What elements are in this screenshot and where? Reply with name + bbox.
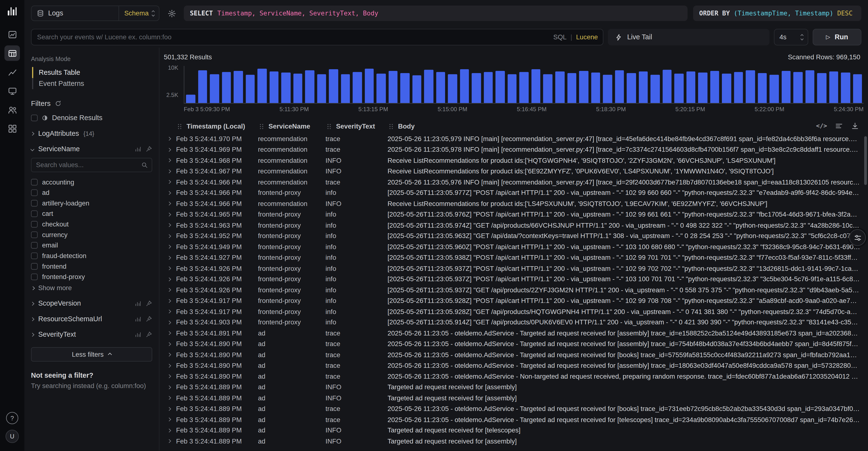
expand-row-icon[interactable] [164,278,176,280]
log-row[interactable]: Feb 3 5:24:41.926 PM frontend-proxy info… [164,274,868,284]
bar-chart-icon[interactable] [134,300,141,307]
log-row[interactable]: Feb 3 5:24:41.889 PM ad trace 2025-05-26… [164,403,868,414]
expand-row-icon[interactable] [164,407,176,410]
histogram-bar[interactable] [781,71,790,103]
nav-team-button[interactable] [4,102,20,117]
histogram-bar[interactable] [245,75,255,103]
log-row[interactable]: Feb 3 5:24:41.949 PM frontend-proxy info… [164,241,868,252]
drag-grip-icon[interactable] [326,123,333,130]
log-row[interactable]: Feb 3 5:24:41.966 PM recommendation trac… [164,177,868,187]
lucene-mode-toggle[interactable]: Lucene [576,33,598,41]
source-select[interactable]: Logs Schema [31,5,160,21]
histogram-bar[interactable] [520,72,529,103]
histogram-bar[interactable] [424,70,433,103]
hyperdx-logo[interactable] [8,7,17,16]
service-value-checkbox[interactable] [31,200,38,206]
expand-row-icon[interactable] [164,138,176,140]
service-value-item[interactable]: artillery-loadgen [31,198,152,208]
histogram-bar[interactable] [269,71,278,103]
denoise-toggle[interactable]: Denoise Results [31,114,152,122]
table-scrollbar-thumb[interactable] [864,136,867,185]
pin-icon[interactable] [146,300,152,307]
service-value-checkbox[interactable] [31,231,38,238]
expand-row-icon[interactable] [164,213,176,216]
pin-icon[interactable] [146,146,152,152]
histogram-bar[interactable] [615,70,624,103]
pin-icon[interactable] [146,331,152,338]
histogram-bar[interactable] [198,70,207,103]
histogram-bar[interactable] [305,70,314,103]
histogram-bar[interactable] [257,69,267,103]
histogram-bar[interactable] [734,72,743,103]
show-more-button[interactable]: Show more [31,284,152,292]
service-value-item[interactable]: ad [31,187,152,198]
histogram-bar[interactable] [317,74,326,103]
service-value-checkbox[interactable] [31,210,38,217]
histogram-bar[interactable] [329,69,338,103]
log-row[interactable]: Feb 3 5:24:41.903 PM frontend-proxy info… [164,317,868,328]
expand-row-icon[interactable] [164,310,176,313]
service-value-checkbox[interactable] [31,273,38,280]
pin-icon[interactable] [146,316,152,323]
expand-row-icon[interactable] [164,440,176,443]
expand-row-icon[interactable] [164,256,176,259]
service-value-item[interactable]: email [31,240,152,250]
service-value-checkbox[interactable] [31,242,38,248]
log-row[interactable]: Feb 3 5:24:41.963 PM frontend-proxy info… [164,220,868,231]
analysis-mode-item[interactable]: Event Patterns [32,78,152,89]
expand-row-icon[interactable] [164,300,176,302]
log-row[interactable]: Feb 3 5:24:41.966 PM recommendation INFO… [164,198,868,209]
select-clause-editor[interactable]: SELECT Timestamp, ServiceName, SeverityT… [184,5,687,21]
column-header-timestamp[interactable]: Timestamp (Local) [176,122,258,130]
histogram-bar[interactable] [674,74,684,103]
column-settings-button[interactable] [835,122,843,130]
help-button[interactable]: ? [6,412,18,424]
histogram-bar[interactable] [377,74,386,103]
expand-row-icon[interactable] [164,321,176,324]
service-value-checkbox[interactable] [31,263,38,269]
drag-grip-icon[interactable] [176,123,183,130]
filter-group[interactable]: ScopeVersion [31,300,152,307]
histogram-bar[interactable] [401,73,410,103]
histogram-bar[interactable] [222,72,231,103]
histogram-bar[interactable] [234,71,243,103]
log-row[interactable]: Feb 3 5:24:41.926 PM frontend-proxy info… [164,284,868,295]
column-header-body[interactable]: Body [388,122,815,130]
nav-sessions-button[interactable] [4,83,20,98]
expand-row-icon[interactable] [164,364,176,367]
histogram-bar[interactable] [603,75,612,103]
service-value-item[interactable]: frontend [31,261,152,271]
expand-row-icon[interactable] [164,353,176,356]
nav-chart-button[interactable] [4,64,20,80]
log-row[interactable]: Feb 3 5:24:41.889 PM ad INFO Targeted ad… [164,382,868,393]
log-row[interactable]: Feb 3 5:24:41.889 PM ad INFO Targeted ad… [164,436,868,447]
histogram-bar[interactable] [805,70,814,103]
expand-row-icon[interactable] [164,170,176,173]
expand-row-icon[interactable] [164,332,176,334]
histogram-bar[interactable] [341,74,350,103]
histogram-bar[interactable] [496,71,505,103]
filter-group[interactable]: SeverityText [31,331,152,338]
filter-group-servicename[interactable]: ServiceName [31,145,152,153]
expand-row-icon[interactable] [164,191,176,194]
service-value-checkbox[interactable] [31,178,38,185]
column-header-severitytext[interactable]: SeverityText [326,122,388,130]
refresh-interval-select[interactable]: 4s [774,29,808,46]
service-value-item[interactable]: fraud-detection [31,250,152,261]
filter-group[interactable]: ResourceSchemaUrl [31,315,152,323]
histogram-bar[interactable] [353,72,362,103]
log-row[interactable]: Feb 3 5:24:41.965 PM frontend-proxy info… [164,209,868,220]
value-search-input[interactable] [31,158,152,172]
view-sql-button[interactable]: </> [816,122,827,129]
histogram-bar[interactable] [281,72,290,103]
service-value-checkbox[interactable] [31,252,38,259]
order-by-editor[interactable]: ORDER BY (TimestampTime, Timestamp) DESC [693,5,862,21]
expand-row-icon[interactable] [164,397,176,399]
analysis-mode-item[interactable]: Results Table [32,67,152,78]
log-row[interactable]: Feb 3 5:24:41.968 PM recommendation INFO… [164,155,868,166]
log-row[interactable]: Feb 3 5:24:41.890 PM ad trace 2025-05-26… [164,339,868,350]
histogram-bar[interactable] [186,95,195,103]
log-row[interactable]: Feb 3 5:24:41.889 PM ad INFO Targeted ad… [164,425,868,436]
histogram-bar[interactable] [472,73,481,103]
log-row[interactable]: Feb 3 5:24:41.966 PM frontend-proxy info… [164,187,868,198]
